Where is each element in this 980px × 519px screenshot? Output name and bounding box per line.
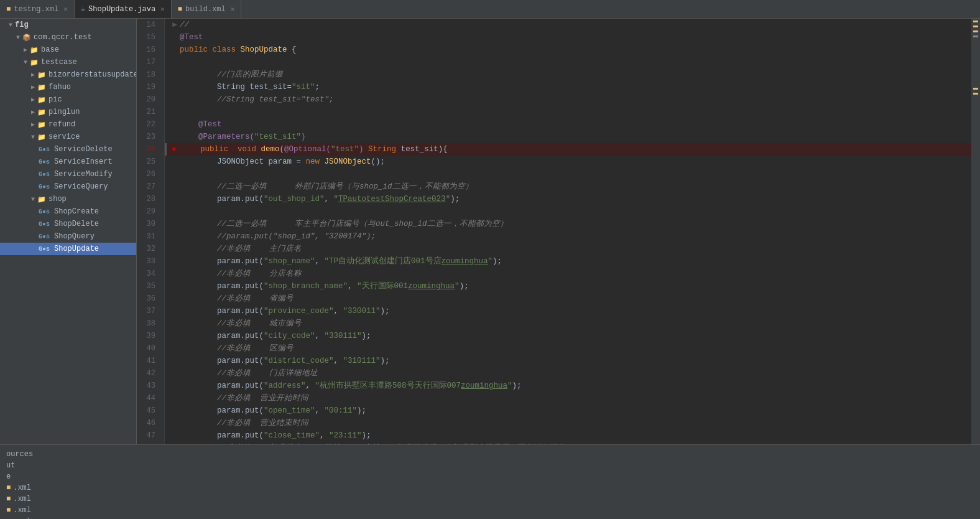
tab-build-close[interactable]: ✕ <box>231 5 235 13</box>
bottom-item-xml3[interactable]: ■ .xml <box>4 505 45 516</box>
right-gutter <box>971 19 980 444</box>
line-numbers: 14 15 16 17 18 19 20 21 22 23 24 25 26 2… <box>137 19 165 444</box>
ln-25: 25 <box>137 156 159 168</box>
bottom-item-ources[interactable]: ources <box>4 449 45 460</box>
ln-44: 44 <box>137 392 159 404</box>
ln-47: 47 <box>137 429 159 442</box>
ln-31: 31 <box>137 230 159 243</box>
ln-27: 27 <box>137 180 159 193</box>
tab-bar: ■ testng.xml ✕ ☕ ShopUpdate.java ✕ ■ bui… <box>0 0 980 19</box>
fold-14: ▶ <box>170 19 180 31</box>
bottom-item-xml2[interactable]: ■ .xml <box>4 493 45 505</box>
ln-42: 42 <box>137 367 159 380</box>
service-expand-icon: ▼ <box>31 134 35 141</box>
tab-shopupdate[interactable]: ☕ ShopUpdate.java ✕ <box>75 0 172 18</box>
tab-shopupdate-close[interactable]: ✕ <box>160 5 165 13</box>
serviceinsert-java-icon: G●s <box>39 159 50 166</box>
ln-29: 29 <box>137 205 159 218</box>
gutter-mark-2 <box>973 26 978 27</box>
sidebar-item-refund[interactable]: ▶ 📁 refund <box>0 118 136 131</box>
sidebar-item-fig[interactable]: ▼ fig <box>0 19 136 31</box>
code-line-21 <box>165 106 971 118</box>
shopdelete-java-icon: G●s <box>39 221 50 228</box>
sidebar-item-servicequery[interactable]: G●s ServiceQuery <box>0 180 136 193</box>
code-line-39: param.put("city_code", "330111"); <box>165 330 971 342</box>
sidebar-item-fahuo[interactable]: ▶ 📁 fahuo <box>0 81 136 93</box>
code-line-20: //String test_sit="test"; <box>165 93 971 106</box>
pic-folder-icon: 📁 <box>37 96 46 104</box>
sidebar-item-bizorderstatusupdate[interactable]: ▶ 📁 bizorderstatusupdate <box>0 68 136 81</box>
sidebar-item-pinglun[interactable]: ▶ 📁 pinglun <box>0 106 136 118</box>
ln-26: 26 <box>137 168 159 180</box>
fahuo-arrow-icon: ▶ <box>31 83 35 91</box>
code-line-24: ● public void demo(@Optional("test") Str… <box>165 143 971 156</box>
tab-build[interactable]: ■ build.xml ✕ <box>172 0 242 18</box>
tab-testng-close[interactable]: ✕ <box>63 5 68 13</box>
sidebar-item-shopdelete[interactable]: G●s ShopDelete <box>0 218 136 230</box>
annotation-22: @Test <box>180 118 222 131</box>
ln-38: 38 <box>137 317 159 330</box>
tab-testng[interactable]: ■ testng.xml ✕ <box>0 0 75 18</box>
shopcreate-java-icon: G●s <box>39 208 50 215</box>
code-line-28: param.put("out_shop_id", "TPautotestShop… <box>165 193 971 205</box>
sidebar-item-shopcreate[interactable]: G●s ShopCreate <box>0 205 136 218</box>
ln-43: 43 <box>137 380 159 392</box>
code-line-42: //非必填 门店详细地址 <box>165 367 971 380</box>
shopupdate-java-icon: G●s <box>39 246 50 253</box>
ln-14: 14 <box>137 19 159 31</box>
servicedelete-java-icon: G●s <box>39 146 50 153</box>
ln-20: 20 <box>137 93 159 106</box>
code-line-36: //非必填 省编号 <box>165 292 971 305</box>
code-line-32: //非必填 主门店名 <box>165 243 971 255</box>
tab-shopupdate-label: ShopUpdate.java <box>88 5 155 14</box>
tab-testng-label: testng.xml <box>14 5 58 14</box>
sidebar-item-servicedelete[interactable]: G●s ServiceDelete <box>0 143 136 156</box>
pic-arrow-icon: ▶ <box>31 96 35 103</box>
ln-22: 22 <box>137 118 159 131</box>
code-line-27: //二选一必填 外部门店编号（与shop_id二选一，不能都为空） <box>165 180 971 193</box>
xml-icon: ■ <box>6 5 11 14</box>
code-line-46: //非必填 营业结束时间 <box>165 417 971 429</box>
bottom-item-ut[interactable]: ut <box>4 460 45 471</box>
annotation-15: @Test <box>180 31 203 44</box>
gutter-mark-1 <box>973 21 978 22</box>
code-line-17 <box>165 56 971 68</box>
sidebar-item-shopquery[interactable]: G●s ShopQuery <box>0 230 136 243</box>
sidebar-item-shopupdate[interactable]: G●s ShopUpdate <box>0 243 136 255</box>
sidebar-item-serviceinsert[interactable]: G●s ServiceInsert <box>0 156 136 168</box>
gutter-mark-3 <box>973 30 978 32</box>
sidebar-item-servicemodify[interactable]: G●s ServiceModify <box>0 168 136 180</box>
code-line-22: @Test <box>165 118 971 131</box>
code-content: ▶ // @Test public class ShopUpdate { <box>165 19 971 444</box>
testcase-expand-icon: ▼ <box>24 59 27 66</box>
sidebar-item-testcase[interactable]: ▼ 📁 testcase <box>0 56 136 68</box>
bottom-item-xml1[interactable]: ■ .xml <box>4 482 45 493</box>
code-line-37: param.put("province_code", "330011"); <box>165 305 971 317</box>
ln-35: 35 <box>137 280 159 292</box>
code-line-44: //非必填 营业开始时间 <box>165 392 971 404</box>
ln-30: 30 <box>137 218 159 230</box>
code-scroll[interactable]: ▶ // @Test public class ShopUpdate { <box>165 19 971 444</box>
sidebar-item-com-qccr-test[interactable]: ▼ 📦 com.qccr.test <box>0 31 136 44</box>
bottom-item-xml4[interactable]: ■ .xml <box>4 516 45 519</box>
sidebar-item-service[interactable]: ▼ 📁 service <box>0 131 136 143</box>
xml-file-icon2: ■ <box>6 495 11 503</box>
sidebar-item-pic[interactable]: ▶ 📁 pic <box>0 93 136 106</box>
gutter-mark-4 <box>973 35 978 37</box>
servicequery-java-icon: G●s <box>39 184 50 190</box>
kw-public-16: public <box>180 44 213 56</box>
ln-19: 19 <box>137 81 159 93</box>
code-line-16: public class ShopUpdate { <box>165 44 971 56</box>
shop-expand-icon: ▼ <box>31 196 35 203</box>
sidebar-item-shop[interactable]: ▼ 📁 shop <box>0 193 136 205</box>
ln-17: 17 <box>137 56 159 68</box>
ln-21: 21 <box>137 106 159 118</box>
refund-arrow-icon: ▶ <box>31 121 35 128</box>
gutter-mark-5 <box>973 88 978 90</box>
sidebar-item-base[interactable]: ▶ 📁 base <box>0 44 136 56</box>
base-folder-icon: 📁 <box>30 46 39 54</box>
bottom-item-e[interactable]: e <box>4 471 45 482</box>
ln-16: 16 <box>137 44 159 56</box>
fahuo-folder-icon: 📁 <box>37 83 46 91</box>
code-line-34: //非必填 分店名称 <box>165 268 971 280</box>
